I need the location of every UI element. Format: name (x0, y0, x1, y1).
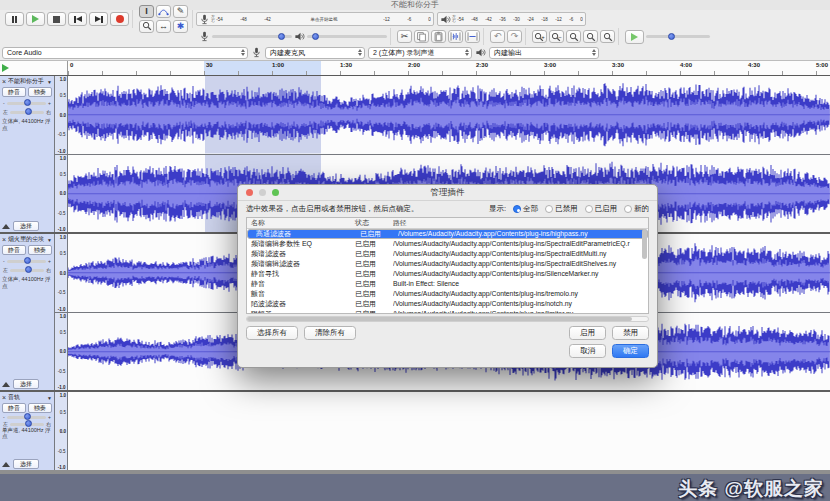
plugin-row[interactable]: 高通滤波器已启用/Volumes/Audacity/Audacity.app/C… (247, 229, 648, 239)
redo-button[interactable]: ↷ (507, 30, 522, 43)
disable-button[interactable]: 禁用 (612, 326, 649, 340)
dialog-titlebar[interactable]: 管理插件 (238, 185, 657, 201)
enable-button[interactable]: 启用 (569, 326, 606, 340)
close-window-icon[interactable] (246, 189, 253, 196)
pan-slider[interactable] (10, 111, 44, 114)
gain-slider[interactable] (7, 416, 46, 419)
minimize-window-icon[interactable] (259, 189, 266, 196)
radio-icon[interactable] (513, 205, 521, 213)
zoom-fit-button[interactable] (583, 30, 598, 43)
play-at-speed-button[interactable] (625, 30, 644, 44)
play-speed-slider[interactable] (646, 35, 710, 38)
input-device-select[interactable]: 内建麦克风 (265, 47, 365, 59)
playback-meter[interactable]: 左右 -54-48 -42-36 -30-24 -18-12 -60 (437, 12, 586, 26)
stop-button[interactable] (47, 12, 66, 26)
track-menu-dropdown-icon[interactable]: ▼ (47, 395, 52, 401)
mute-button[interactable]: 静音 (2, 87, 26, 97)
zoom-in-button[interactable]: + (532, 30, 547, 43)
envelope-tool-button[interactable] (156, 5, 171, 18)
undo-button[interactable]: ↶ (490, 30, 505, 43)
track-close-button[interactable]: × (2, 236, 6, 243)
timeline-pin-area[interactable] (0, 61, 68, 75)
zoom-selection-button[interactable] (566, 30, 581, 43)
zoom-out-button[interactable]: − (549, 30, 564, 43)
gain-slider[interactable] (7, 260, 46, 263)
gain-slider[interactable] (7, 102, 46, 105)
track-3-panel[interactable]: × 音轨 ▼ 静音 独奏 - + 左 右 (0, 392, 55, 470)
table-header[interactable]: 名称 状态 路径 (247, 218, 648, 229)
play-button[interactable] (26, 12, 45, 26)
copy-button[interactable] (414, 30, 429, 43)
track-name[interactable]: 不能和你分手 (8, 77, 45, 86)
collapse-icon[interactable] (2, 382, 10, 387)
pan-slider[interactable] (10, 269, 44, 272)
plugin-row[interactable]: 静音寻找已启用/Volumes/Audacity/Audacity.app/Co… (247, 269, 648, 279)
cut-button[interactable]: ✂ (397, 30, 412, 43)
output-device-select[interactable]: 内建输出 (489, 47, 599, 59)
track-menu-dropdown-icon[interactable]: ▼ (47, 79, 52, 85)
solo-button[interactable]: 独奏 (28, 87, 52, 97)
record-button[interactable] (110, 12, 129, 26)
plugin-row[interactable]: 频谱滤波器已启用/Volumes/Audacity/Audacity.app/C… (247, 249, 648, 259)
select-button[interactable]: 选择 (13, 379, 39, 389)
ok-button[interactable]: 确定 (612, 344, 649, 358)
timeline-scale[interactable]: 0 30 1:00 1:30 2:00 2:30 3:00 3:30 4:00 … (68, 61, 830, 75)
pause-button[interactable] (5, 12, 24, 26)
plugin-row[interactable]: 静音已启用Built-in Effect: Silence (247, 279, 648, 289)
timeshift-tool-button[interactable]: ↔ (156, 20, 171, 33)
radio-icon[interactable] (545, 205, 553, 213)
plugin-row[interactable]: 陷波滤波器已启用/Volumes/Audacity/Audacity.app/C… (247, 299, 648, 309)
plugin-row[interactable]: 限幅器已启用/Volumes/Audacity/Audacity.app/Con… (247, 309, 648, 314)
solo-button[interactable]: 独奏 (28, 403, 52, 413)
collapse-icon[interactable] (2, 224, 10, 229)
track-name[interactable]: 烟火里的尘埃 (8, 235, 45, 244)
zoom-tool-button[interactable] (139, 20, 154, 33)
track-3-channel[interactable]: 1.00.5 0.0-0.5 -1.0 (55, 392, 830, 470)
multi-tool-button[interactable]: ✱ (173, 20, 188, 33)
selection-tool-button[interactable]: I (139, 5, 154, 18)
skip-end-button[interactable] (89, 12, 108, 26)
radio-icon[interactable] (624, 205, 632, 213)
pan-slider[interactable] (10, 423, 44, 426)
table-vertical-scrollbar[interactable] (642, 229, 647, 259)
zoom-toggle-button[interactable] (600, 30, 615, 43)
plugin-row[interactable]: 频谱编辑滤波器已启用/Volumes/Audacity/Audacity.app… (247, 259, 648, 269)
track-close-button[interactable]: × (2, 394, 6, 401)
filter-enabled[interactable]: 已启用 (585, 204, 618, 214)
select-all-button[interactable]: 选择所有 (246, 326, 298, 340)
clear-all-button[interactable]: 清除所有 (304, 326, 356, 340)
filter-all[interactable]: 全部 (513, 204, 538, 214)
waveform[interactable] (68, 76, 830, 154)
playback-volume-slider[interactable] (307, 35, 387, 38)
paste-button[interactable] (431, 30, 446, 43)
filter-disabled[interactable]: 已禁用 (545, 204, 578, 214)
mute-button[interactable]: 静音 (2, 403, 26, 413)
timeline-ruler[interactable]: 0 30 1:00 1:30 2:00 2:30 3:00 3:30 4:00 … (0, 61, 830, 76)
zoom-window-icon[interactable] (272, 189, 279, 196)
radio-icon[interactable] (585, 205, 593, 213)
audio-host-select[interactable]: Core Audio (2, 47, 248, 59)
track-2-panel[interactable]: × 烟火里的尘埃 ▼ 静音 独奏 - + 左 右 (0, 234, 55, 390)
track-menu-dropdown-icon[interactable]: ▼ (47, 237, 52, 243)
solo-button[interactable]: 独奏 (28, 245, 52, 255)
plugin-row[interactable]: 频谱编辑参数性 EQ已启用/Volumes/Audacity/Audacity.… (247, 239, 648, 249)
monitor-hint[interactable]: 单击开始监视 (273, 15, 374, 24)
track-1-left-channel[interactable]: 1.00.5 0.0-0.5 -1.0 (55, 76, 830, 154)
track-name[interactable]: 音轨 (8, 393, 45, 402)
select-button[interactable]: 选择 (13, 459, 39, 469)
recording-volume-slider[interactable] (212, 35, 292, 38)
track-1-panel[interactable]: × 不能和你分手 ▼ 静音 独奏 - + 左 右 (0, 76, 55, 232)
cancel-button[interactable]: 取消 (569, 344, 606, 358)
recording-meter[interactable]: 左右 -54-48 -42-36 -30-24 -18-12 -60 单击开始监… (196, 12, 434, 26)
skip-start-button[interactable] (68, 12, 87, 26)
trim-audio-button[interactable] (448, 30, 463, 43)
record-channels-select[interactable]: 2 (立体声) 录制声道 (368, 47, 472, 59)
collapse-icon[interactable] (2, 462, 10, 467)
filter-new[interactable]: 新的 (624, 204, 649, 214)
empty-track-area[interactable] (68, 392, 830, 470)
silence-audio-button[interactable] (465, 30, 480, 43)
plugin-row[interactable]: 颤音已启用/Volumes/Audacity/Audacity.app/Cont… (247, 289, 648, 299)
draw-tool-button[interactable]: ✎ (173, 5, 188, 18)
select-button[interactable]: 选择 (13, 221, 39, 231)
mute-button[interactable]: 静音 (2, 245, 26, 255)
